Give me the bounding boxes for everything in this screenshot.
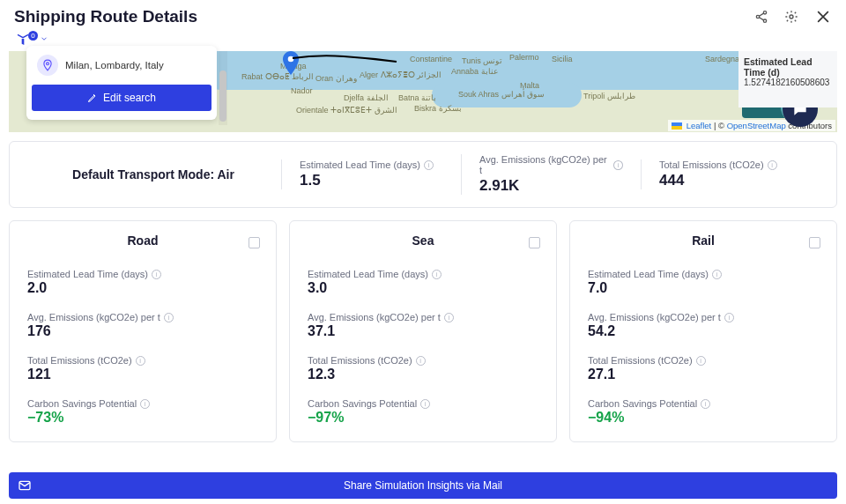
map-place-label: Tunis تونس bbox=[462, 56, 502, 65]
info-icon[interactable]: i bbox=[696, 356, 706, 366]
mode-card-road: Road Estimated Lead Time (days)i 2.0 Avg… bbox=[9, 220, 277, 442]
share-icon[interactable] bbox=[754, 10, 768, 24]
savings-label: Carbon Savings Potentiali bbox=[27, 398, 258, 409]
svg-point-5 bbox=[47, 63, 49, 65]
map-place-label: Malta bbox=[520, 81, 539, 90]
lead-time-label: Estimated Lead Time (days)i bbox=[588, 269, 819, 279]
savings-label: Carbon Savings Potentiali bbox=[588, 398, 819, 409]
info-icon[interactable]: i bbox=[724, 313, 734, 322]
avg-emissions-label: Avg. Emissions (kgCO2e) per ti bbox=[308, 312, 538, 322]
map-place-label: Palermo bbox=[509, 53, 539, 62]
info-icon[interactable]: i bbox=[416, 356, 426, 366]
total-emissions-label: Total Emissions (tCO2e)i bbox=[588, 355, 819, 366]
map-place-label: Tripoli طرابلس bbox=[583, 92, 635, 100]
info-icon[interactable]: i bbox=[164, 313, 174, 322]
side-lead-time-panel: Estimated Lead Time (d) 1.52741821605086… bbox=[738, 51, 837, 107]
avg-emissions-label: Avg. Emissions (kgCO2e) per ti bbox=[27, 312, 258, 322]
edit-search-button[interactable]: Edit search bbox=[32, 85, 212, 111]
map-place-label: Orientale ⵜⴰⵏⴳⵎⵓⴹⵜ الشرق bbox=[296, 106, 397, 115]
lead-time-label: Estimated Lead Time (days)i bbox=[308, 269, 538, 279]
map-place-label: Djelfa الجلفة bbox=[344, 93, 389, 102]
mode-checkbox[interactable] bbox=[529, 237, 540, 248]
savings-value: −94% bbox=[588, 410, 819, 426]
total-emissions-value: 444 bbox=[659, 172, 803, 189]
lead-time-value: 2.0 bbox=[27, 280, 258, 296]
svg-point-2 bbox=[763, 19, 766, 22]
mode-title: Road bbox=[27, 233, 258, 248]
lead-time-value: 1.5 bbox=[300, 172, 443, 189]
svg-point-1 bbox=[756, 15, 759, 18]
location-pin-icon bbox=[37, 55, 58, 76]
map-place-label: Sicilia bbox=[552, 55, 573, 63]
default-mode-card: Default Transport Mode: Air Estimated Le… bbox=[9, 141, 837, 208]
info-icon[interactable]: i bbox=[613, 160, 623, 170]
map-place-label: Batna باتنة bbox=[398, 93, 436, 102]
info-icon[interactable]: i bbox=[136, 356, 145, 366]
avg-emissions-value: 54.2 bbox=[588, 323, 819, 339]
pencil-icon bbox=[87, 93, 98, 103]
info-icon[interactable]: i bbox=[140, 399, 150, 409]
savings-value: −97% bbox=[308, 410, 538, 426]
search-card-scrollbar[interactable] bbox=[219, 51, 227, 125]
gear-icon[interactable] bbox=[784, 10, 798, 24]
info-icon[interactable]: i bbox=[420, 399, 430, 409]
chevron-down-icon bbox=[40, 34, 48, 43]
info-icon[interactable]: i bbox=[701, 399, 710, 409]
info-icon[interactable]: i bbox=[152, 270, 161, 279]
search-card: Milan, Lombardy, Italy Edit search bbox=[26, 46, 217, 120]
close-icon[interactable] bbox=[814, 8, 832, 26]
total-emissions-value: 12.3 bbox=[308, 367, 538, 382]
total-emissions-value: 121 bbox=[27, 367, 258, 382]
info-icon[interactable]: i bbox=[444, 313, 454, 322]
map-place-label: Nador bbox=[291, 86, 313, 95]
avg-emissions-value: 176 bbox=[27, 323, 258, 339]
avg-emissions-label: Avg. Emissions (kgCO2e) per t i bbox=[479, 154, 623, 175]
svg-point-0 bbox=[763, 11, 766, 14]
lead-time-label: Estimated Lead Time (days)i bbox=[27, 269, 258, 279]
savings-label: Carbon Savings Potentiali bbox=[308, 398, 538, 409]
filter-button[interactable]: 0 bbox=[16, 32, 48, 46]
info-icon[interactable]: i bbox=[432, 270, 442, 279]
avg-emissions-value: 2.91K bbox=[479, 177, 623, 195]
default-mode-title: Default Transport Mode: Air bbox=[26, 167, 281, 182]
mode-checkbox[interactable] bbox=[249, 237, 260, 248]
info-icon[interactable]: i bbox=[768, 160, 777, 170]
share-insights-button[interactable]: Share Simulation Insights via Mail bbox=[9, 472, 837, 499]
mode-card-sea: Sea Estimated Lead Time (days)i 3.0 Avg.… bbox=[289, 220, 557, 442]
lead-time-label: Estimated Lead Time (days) i bbox=[300, 159, 443, 170]
avg-emissions-value: 37.1 bbox=[308, 323, 538, 339]
filter-badge: 0 bbox=[28, 31, 38, 41]
mode-card-rail: Rail Estimated Lead Time (days)i 7.0 Avg… bbox=[569, 220, 837, 442]
mode-checkbox[interactable] bbox=[809, 237, 820, 248]
map-place-label: Oran وهران bbox=[315, 74, 357, 83]
total-emissions-label: Total Emissions (tCO2e) i bbox=[659, 159, 803, 170]
avg-emissions-label: Avg. Emissions (kgCO2e) per ti bbox=[588, 312, 819, 322]
savings-value: −73% bbox=[27, 410, 258, 426]
svg-point-3 bbox=[790, 15, 793, 19]
leaflet-link[interactable]: Leaflet bbox=[686, 121, 712, 130]
total-emissions-label: Total Emissions (tCO2e)i bbox=[308, 355, 538, 366]
mode-title: Rail bbox=[588, 233, 819, 248]
map-place-label: Sardegna bbox=[705, 55, 739, 63]
map-place-label: Biskra بسكرة bbox=[414, 104, 462, 113]
map-place-label: Souk Ahras سوق أهراس bbox=[458, 90, 545, 99]
total-emissions-label: Total Emissions (tCO2e)i bbox=[27, 355, 258, 366]
lead-time-value: 7.0 bbox=[588, 280, 819, 296]
map-place-label: Alger ⴷⵣⴰⵢⴻⵔ الجزائر bbox=[360, 70, 442, 79]
info-icon[interactable]: i bbox=[424, 160, 434, 170]
lead-time-value: 3.0 bbox=[308, 280, 538, 296]
page-title: Shipping Route Details bbox=[14, 7, 197, 26]
mode-title: Sea bbox=[308, 233, 538, 248]
info-icon[interactable]: i bbox=[712, 270, 722, 279]
map-place-label: Rabat ⵔⴱⴰⵟ الرباط bbox=[241, 72, 314, 81]
total-emissions-value: 27.1 bbox=[588, 367, 819, 382]
location-text: Milan, Lombardy, Italy bbox=[65, 60, 164, 70]
osm-link[interactable]: OpenStreetMap bbox=[727, 121, 786, 130]
